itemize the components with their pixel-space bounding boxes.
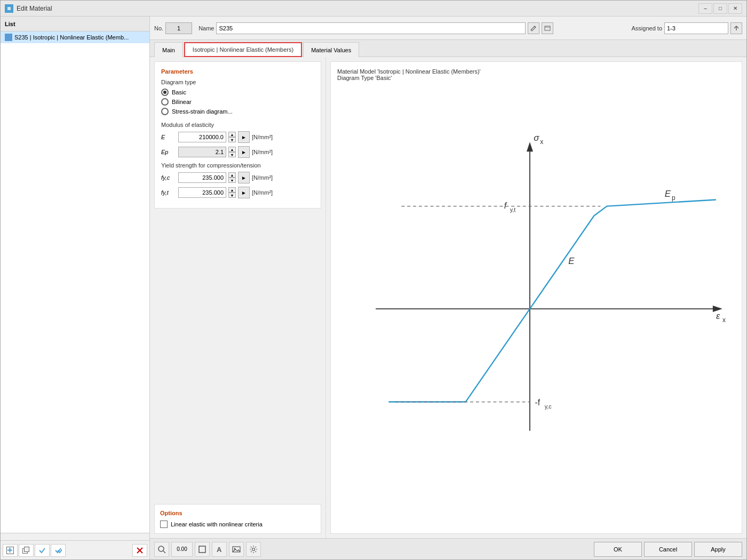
chart-panel: Material Model 'Isotropic | Nonlinear El… xyxy=(330,61,742,534)
svg-text:p: p xyxy=(672,194,676,202)
material-icon xyxy=(5,34,12,41)
radio-stress-strain[interactable]: Stress-strain diagram... xyxy=(161,108,314,115)
Ep-down-button[interactable]: ▼ xyxy=(228,152,236,157)
assigned-input[interactable] xyxy=(664,22,728,34)
list-content: S235 | Isotropic | Nonlinear Elastic (Me… xyxy=(1,31,149,533)
Ep-unit: [N/mm²] xyxy=(252,149,273,155)
diagram-type-radio-group: Basic Bilinear Stress-strain diagram... xyxy=(161,89,314,115)
bottom-toolbar: 0.00 A OK Ca xyxy=(150,538,746,559)
E-action-button[interactable]: ► xyxy=(238,131,250,143)
fyc-action-button[interactable]: ► xyxy=(238,172,250,183)
assigned-group: Assigned to xyxy=(632,22,742,34)
linear-elastic-checkbox-row: Linear elastic with nonlinear criteria xyxy=(160,521,315,528)
delete-button[interactable] xyxy=(132,544,147,557)
svg-point-38 xyxy=(252,548,255,550)
svg-text:A: A xyxy=(217,546,222,554)
E-up-button[interactable]: ▲ xyxy=(228,132,236,137)
assigned-action-button[interactable] xyxy=(730,22,742,34)
E-down-button[interactable]: ▼ xyxy=(228,137,236,142)
duplicate-button[interactable] xyxy=(19,544,34,557)
fyc-up-button[interactable]: ▲ xyxy=(228,172,236,178)
Ep-label: Ep xyxy=(161,149,176,155)
frame-tool-button[interactable] xyxy=(195,542,210,557)
E-input[interactable] xyxy=(178,132,226,142)
tab-main[interactable]: Main xyxy=(154,42,183,57)
dialog-buttons: OK Cancel Apply xyxy=(594,542,742,557)
list-item-text: S235 | Isotropic | Nonlinear Elastic (Me… xyxy=(14,34,129,41)
window-title: Edit Material xyxy=(17,5,698,12)
name-input[interactable] xyxy=(216,22,526,34)
Ep-spinner: ▲ ▼ xyxy=(228,147,236,157)
linear-elastic-checkbox[interactable] xyxy=(160,521,168,528)
close-button[interactable]: ✕ xyxy=(728,3,742,14)
tab-isotropic[interactable]: Isotropic | Nonlinear Elastic (Members) xyxy=(184,42,302,57)
settings-tool-button[interactable] xyxy=(246,542,261,557)
svg-text:σ: σ xyxy=(534,133,539,143)
Ep-row: Ep ▲ ▼ ► [N/mm²] xyxy=(161,146,314,158)
yield-label: Yield strength for compression/tension xyxy=(161,162,314,169)
radio-bilinear-circle xyxy=(161,98,169,106)
svg-rect-8 xyxy=(25,547,29,551)
tab-material-values[interactable]: Material Values xyxy=(303,42,359,57)
horizontal-scrollbar[interactable] xyxy=(1,533,149,540)
minimize-button[interactable]: – xyxy=(698,3,712,14)
diagram-type-label: Diagram type xyxy=(161,79,314,85)
value-tool-button[interactable]: 0.00 xyxy=(171,542,193,557)
radio-stress-strain-label: Stress-strain diagram... xyxy=(172,108,233,115)
ok-button[interactable]: OK xyxy=(594,542,642,557)
svg-text:x: x xyxy=(722,316,726,324)
fyc-label: fy,c xyxy=(161,174,176,181)
fyt-spinner: ▲ ▼ xyxy=(228,187,236,198)
svg-text:E: E xyxy=(665,189,671,199)
top-section: No. Name Assigned to xyxy=(150,17,746,40)
chart-container: Material Model 'Isotropic | Nonlinear El… xyxy=(326,57,746,538)
check-button[interactable] xyxy=(35,544,50,557)
check2-button[interactable] xyxy=(51,544,66,557)
radio-basic-circle xyxy=(161,89,169,96)
text-tool-button[interactable]: A xyxy=(212,542,227,557)
fyc-spinner: ▲ ▼ xyxy=(228,172,236,183)
cancel-button[interactable]: Cancel xyxy=(644,542,692,557)
fyt-row: fy,t ▲ ▼ ► [N/mm²] xyxy=(161,187,314,198)
list-item[interactable]: S235 | Isotropic | Nonlinear Elastic (Me… xyxy=(1,31,149,43)
fyc-down-button[interactable]: ▼ xyxy=(228,178,236,183)
E-unit: [N/mm²] xyxy=(252,134,273,140)
add-button[interactable] xyxy=(3,544,18,557)
svg-text:y,t: y,t xyxy=(510,206,516,213)
window-controls: – □ ✕ xyxy=(698,3,742,14)
apply-button[interactable]: Apply xyxy=(694,542,742,557)
E-spinner: ▲ ▼ xyxy=(228,132,236,142)
no-label: No. xyxy=(154,25,163,31)
svg-marker-16 xyxy=(527,142,533,151)
svg-line-33 xyxy=(163,551,165,553)
assigned-label: Assigned to xyxy=(632,25,662,31)
no-input[interactable] xyxy=(165,22,192,34)
Ep-up-button[interactable]: ▲ xyxy=(228,147,236,152)
fyt-up-button[interactable]: ▲ xyxy=(228,187,236,193)
E-label: E xyxy=(161,134,176,140)
fyt-input[interactable] xyxy=(178,187,226,198)
title-bar: Edit Material – □ ✕ xyxy=(1,1,746,17)
params-section: Parameters Diagram type Basic Bilinear xyxy=(154,61,321,209)
svg-text:E: E xyxy=(568,256,575,266)
fyt-down-button[interactable]: ▼ xyxy=(228,193,236,198)
svg-point-32 xyxy=(158,546,164,551)
radio-bilinear[interactable]: Bilinear xyxy=(161,98,314,106)
search-tool-button[interactable] xyxy=(154,542,169,557)
maximize-button[interactable]: □ xyxy=(713,3,727,14)
right-panel: No. Name Assigned to xyxy=(150,17,746,559)
svg-text:x: x xyxy=(540,138,543,146)
svg-text:-f: -f xyxy=(535,398,541,407)
main-window: Edit Material – □ ✕ List S235 | Isotropi… xyxy=(0,0,747,560)
radio-basic[interactable]: Basic xyxy=(161,89,314,96)
fyt-action-button[interactable]: ► xyxy=(238,187,250,198)
radio-basic-label: Basic xyxy=(172,89,186,95)
edit-name-button[interactable] xyxy=(528,22,539,34)
Ep-action-button[interactable]: ► xyxy=(238,146,250,158)
info-button[interactable] xyxy=(542,22,553,34)
no-group: No. xyxy=(154,22,192,34)
Ep-input[interactable] xyxy=(178,147,226,157)
list-toolbar xyxy=(1,540,149,559)
fyc-input[interactable] xyxy=(178,172,226,183)
image-tool-button[interactable] xyxy=(229,542,244,557)
